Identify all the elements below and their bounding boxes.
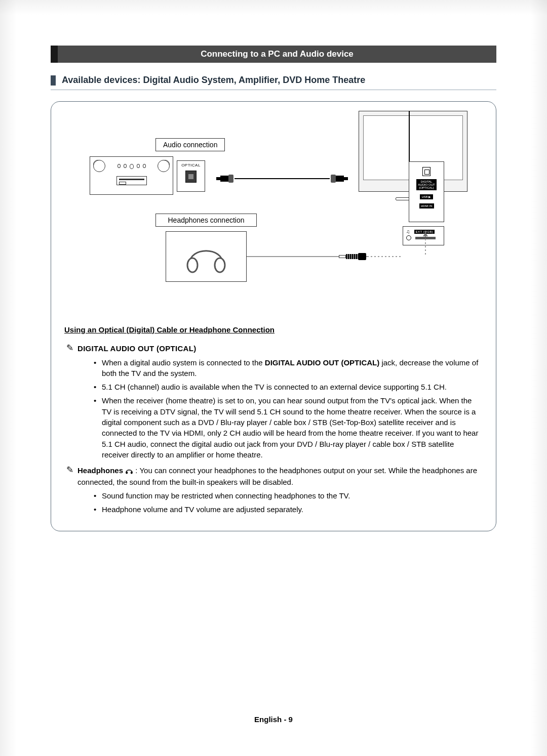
rear-digital-audio-label: DIGITAL AUDIO OUT (OPTICAL) <box>416 179 436 190</box>
sub-heading: Available devices: Digital Audio System,… <box>62 75 365 86</box>
optical-cable-icon <box>216 175 348 183</box>
audio-device-icon <box>90 156 173 195</box>
rear-usb-label: USB ▶ <box>420 194 433 199</box>
accent-block <box>51 75 56 86</box>
headphone-jack-icon: ♫ <box>406 229 410 234</box>
note-headphones: ✎ Headphones : You can connect your head… <box>66 465 483 487</box>
note-icon: ✎ <box>66 344 73 354</box>
bullet-item: Sound function may be restricted when co… <box>94 490 483 501</box>
digital-audio-note-label: DIGITAL AUDIO OUT (OPTICAL) <box>77 343 196 354</box>
headphone-cable-icon <box>247 254 403 260</box>
bullet-item: 5.1 CH (channel) audio is available when… <box>94 382 483 392</box>
svg-point-0 <box>187 258 198 272</box>
svg-point-2 <box>126 472 128 474</box>
headphones-inline-icon <box>125 467 135 475</box>
headphones-bullets: Sound function may be restricted when co… <box>64 490 483 515</box>
label-headphones-connection: Headphones connection <box>155 214 257 227</box>
tv-rear-panel-icon: DIGITAL AUDIO OUT (OPTICAL) USB ▶ HDMI I… <box>409 161 444 222</box>
note-digital-audio: ✎ DIGITAL AUDIO OUT (OPTICAL) <box>66 343 483 354</box>
svg-point-3 <box>131 472 133 474</box>
rear-hdmi-label: HDMI IN <box>419 203 434 208</box>
section-title-bar: Connecting to a PC and Audio device <box>51 46 496 63</box>
tv-wire-icon <box>409 111 410 161</box>
sub-heading-row: Available devices: Digital Audio System,… <box>51 75 496 90</box>
bullet-item: When the receiver (home theatre) is set … <box>94 395 483 460</box>
section-title: Connecting to a PC and Audio device <box>201 49 354 59</box>
headphones-box <box>166 231 247 282</box>
svg-point-1 <box>215 258 225 272</box>
arrow-up-icon <box>423 232 428 236</box>
body-text: Using an Optical (Digital) Cable or Head… <box>64 324 483 515</box>
note-icon: ✎ <box>66 466 73 487</box>
using-heading: Using an Optical (Digital) Cable or Head… <box>64 324 275 335</box>
content-panel: Audio connection Headphones connection O… <box>51 101 496 531</box>
digital-bullets: When a digital audio system is connected… <box>64 357 483 460</box>
headphones-icon <box>183 239 229 274</box>
headphones-note-text: : You can connect your headphones to the… <box>77 466 477 486</box>
dotted-link-icon <box>425 235 426 255</box>
bullet-item: When a digital audio system is connected… <box>94 357 483 379</box>
headphones-note-label: Headphones <box>77 466 123 475</box>
bullet-item: Headphone volume and TV volume are adjus… <box>94 504 483 515</box>
optical-port-label: OPTICAL <box>181 163 201 167</box>
optical-port-icon: OPTICAL <box>177 160 205 192</box>
connection-diagram: Audio connection Headphones connection O… <box>64 114 483 311</box>
manual-page: Connecting to a PC and Audio device Avai… <box>0 0 547 756</box>
page-footer: English - 9 <box>0 715 547 724</box>
label-audio-connection: Audio connection <box>155 138 225 151</box>
